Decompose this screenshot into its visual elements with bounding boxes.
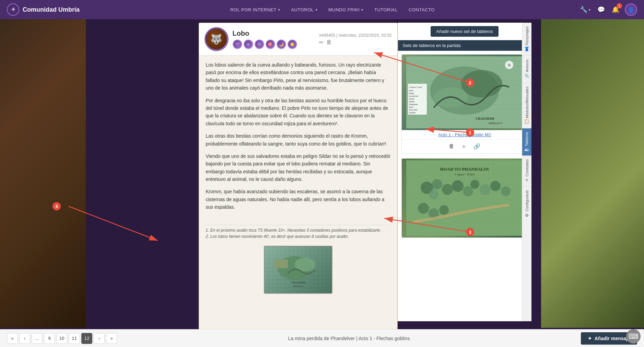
badge-3: 🔮	[255, 39, 264, 49]
svg-text:HIDEOUT: HIDEOUT	[293, 285, 304, 288]
sets-section-title: Sets de tableros en la partida	[398, 40, 531, 51]
paragraph-2: Por desgracia no iba solo y otra de las …	[206, 97, 390, 128]
nav-mundo-friki[interactable]: MUNDO FRIKI ▾	[324, 4, 368, 15]
chevron-down-icon: ▾	[278, 8, 280, 12]
svg-point-30	[429, 190, 438, 199]
keyboard-button[interactable]: ⌨	[626, 329, 641, 344]
delete-post-button[interactable]: 🗑	[326, 39, 332, 46]
nav-rol-internet[interactable]: ROL POR INTERNET ▾	[225, 4, 285, 15]
map-icon: 🗺	[524, 148, 529, 152]
post-header: 🐺 Lobo 🛡 ⚔ 🔮 🎯 🌙 ⭐ #445455	[199, 23, 397, 56]
svg-text:Stairs: Stairs	[409, 90, 413, 92]
map-svg: CRAGMAW HIDEOUT	[267, 249, 329, 290]
book-icon: 📋	[524, 119, 529, 125]
first-page-button[interactable]: «	[7, 333, 18, 344]
map-2-svg: ROAD TO PHANDALIN 1 square = 10 feet	[406, 160, 523, 236]
nav-autorol[interactable]: AUTOROL ▾	[286, 4, 322, 15]
prev-page-button[interactable]: ‹	[19, 333, 30, 344]
tab-combates[interactable]: ⚔ Combates	[522, 155, 531, 186]
last-page-button[interactable]: »	[106, 333, 117, 344]
svg-text:1 square = 10 feet: 1 square = 10 feet	[455, 173, 475, 176]
svg-text:Stone Wall: Stone Wall	[409, 109, 417, 111]
tab-tableros[interactable]: 🗺 Tableros	[522, 128, 531, 155]
svg-point-33	[470, 180, 479, 189]
map-panel-header: Añadir nuevo set de tableros	[398, 23, 531, 40]
content-wrapper: 🐺 Lobo 🛡 ⚔ 🔮 🎯 🌙 ⭐ #445455	[0, 19, 644, 347]
add-set-button[interactable]: Añadir nuevo set de tableros	[431, 26, 499, 37]
svg-point-39	[439, 205, 449, 215]
page-11-button[interactable]: 11	[69, 333, 80, 344]
page-12-button[interactable]: 12	[81, 333, 92, 344]
tab-modulos-label: Módulos/Manuales	[525, 86, 529, 118]
add-message-icon: ✦	[588, 336, 592, 341]
svg-text:1 square = 5 feet: 1 square = 5 feet	[409, 86, 422, 88]
badge-4: 🎯	[266, 39, 275, 49]
add-map-button[interactable]: ＋	[460, 142, 468, 152]
map-card-1: N 1 square = 5 feet Stairs Bridge Escarp…	[401, 54, 528, 154]
page-9-button[interactable]: 9	[44, 333, 55, 344]
map-image-1: N 1 square = 5 feet Stairs Bridge Escarp…	[402, 55, 528, 130]
svg-point-32	[463, 186, 473, 196]
map-1-svg: N 1 square = 5 feet Stairs Bridge Escarp…	[406, 56, 523, 128]
navbar: ✦ Comunidad Umbría ROL POR INTERNET ▾ AU…	[0, 0, 644, 19]
svg-text:CRAGMAW: CRAGMAW	[291, 281, 305, 284]
badge-1: 🛡	[233, 39, 242, 49]
sword-icon: ⚔	[524, 178, 529, 183]
tab-configuracion[interactable]: ⚙ Configuració	[522, 186, 531, 221]
next-page-button[interactable]: ›	[94, 333, 105, 344]
map-image-2: ROAD TO PHANDALIN 1 square = 10 feet	[402, 159, 528, 238]
edit-post-button[interactable]: ✏	[319, 39, 324, 46]
paragraph-3: Las otras dos bestias corrían como demon…	[206, 132, 390, 148]
svg-point-28	[432, 179, 442, 189]
nav-right: 🔧 ▾ 💬 🔔 1 👤	[578, 3, 637, 16]
page-10-button[interactable]: 10	[56, 333, 67, 344]
tab-tableros-label: Tableros	[525, 132, 529, 147]
delete-map-button[interactable]: 🗑	[447, 142, 456, 152]
map-card-1-actions: 🗑 ＋ 🔗	[402, 139, 528, 154]
pagination: « ‹ ... 9 10 11 12 › »	[7, 333, 117, 344]
map-panel-content[interactable]: N 1 square = 5 feet Stairs Bridge Escarp…	[398, 51, 531, 321]
svg-point-29	[442, 184, 453, 195]
chevron-down-icon: ▾	[316, 8, 318, 12]
notifications-icon[interactable]: 🔔 1	[610, 4, 621, 15]
post-actions: ✏ 🗑	[319, 39, 391, 46]
user-avatar[interactable]: 👤	[625, 3, 637, 16]
tools-button[interactable]: 🔧 ▾	[578, 4, 592, 15]
post-username: Lobo	[233, 30, 315, 37]
tab-combates-label: Combates	[525, 159, 529, 176]
svg-point-31	[452, 180, 464, 192]
svg-text:CRAGMAW: CRAGMAW	[476, 117, 495, 120]
svg-text:HIDEOUT: HIDEOUT	[489, 122, 502, 125]
brand-link[interactable]: ✦ Comunidad Umbría	[7, 3, 80, 16]
post-badges: 🛡 ⚔ 🔮 🎯 🌙 ⭐	[233, 39, 315, 49]
nav-tutorial[interactable]: TUTORIAL	[370, 4, 402, 15]
bottom-bar: « ‹ ... 9 10 11 12 › » La mina perdida d…	[0, 329, 644, 347]
tab-modulos[interactable]: 📋 Módulos/Manuales	[522, 83, 531, 128]
svg-text:Bridge: Bridge	[409, 92, 414, 94]
post-avatar: 🐺	[204, 27, 229, 51]
paragraph-4: Viendo que uno de sus salvadores estaba …	[206, 152, 390, 183]
forum-panel: 🐺 Lobo 🛡 ⚔ 🔮 🎯 🌙 ⭐ #445455	[199, 23, 398, 344]
gear-icon: ⚙	[524, 212, 529, 217]
avatar-image: 🐺	[206, 29, 227, 49]
add-message-label: Añadir mensaje	[595, 336, 630, 341]
tab-personajes[interactable]: 👤 Personajes	[522, 23, 531, 55]
main-nav: ROL POR INTERNET ▾ AUTOROL ▾ MUNDO FRIKI…	[93, 4, 572, 15]
unlink-map-button[interactable]: 🔗	[472, 142, 482, 152]
svg-rect-2	[274, 259, 288, 268]
map-panel: Añadir nuevo set de tableros Sets de tab…	[398, 23, 531, 321]
post-meta-area: #445455 | miércoles, 22/02/2023, 02:02 ✏…	[319, 33, 391, 46]
paperclip-icon: 📎	[524, 73, 529, 79]
tab-configuracion-label: Configuració	[525, 190, 529, 211]
svg-point-36	[501, 186, 511, 196]
chevron-down-icon: ▾	[361, 8, 363, 12]
chat-icon[interactable]: 💬	[596, 4, 606, 15]
tab-anexos[interactable]: 📎 Anexos	[522, 55, 531, 83]
svg-text:Slope: Slope	[409, 106, 413, 108]
svg-text:Rubble: Rubble	[409, 101, 414, 103]
sidebar-tabs: 👤 Personajes 📎 Anexos 📋 Módulos/Manuales…	[522, 23, 531, 321]
post-body: Los lobos salieron de la cueva aullando …	[199, 56, 397, 221]
map-card-1-title[interactable]: Acto 1 - Flechas goblin M2	[402, 130, 528, 139]
notification-badge: 1	[617, 3, 622, 9]
nav-contacto[interactable]: CONTACTO	[404, 4, 440, 15]
